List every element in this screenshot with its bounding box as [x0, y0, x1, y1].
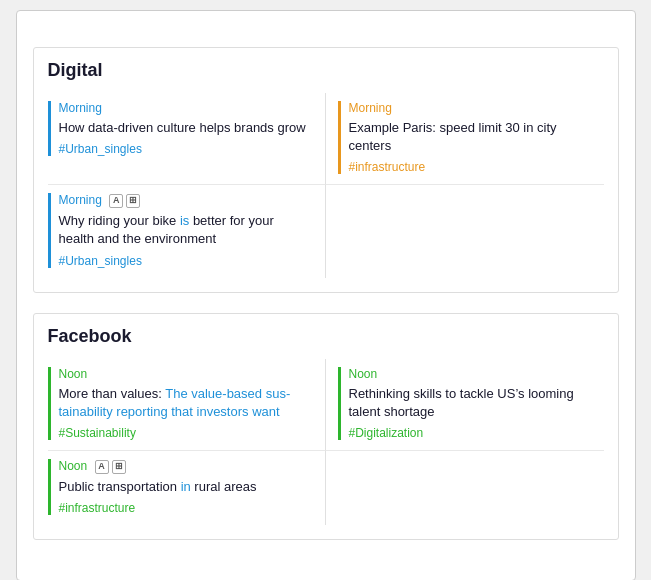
icon-grid: ⊞	[126, 194, 140, 208]
story-cell: MorningHow data-driven culture helps bra…	[48, 93, 326, 184]
story-tag[interactable]: #Urban_singles	[59, 142, 313, 156]
story-cell: Noon A ⊞ Public transportation in rural …	[48, 450, 326, 525]
story-headline: Example Paris: speed limit 30 in city ce…	[349, 119, 592, 155]
story-tag[interactable]: #infrastructure	[59, 501, 313, 515]
story-cell: NoonMore than values: The value-based su…	[48, 359, 326, 450]
icon-a: A	[95, 460, 109, 474]
story-tag[interactable]: #infrastructure	[349, 160, 592, 174]
story-time-label: Morning	[349, 101, 592, 115]
story-cell	[326, 184, 604, 277]
story-inner: NoonMore than values: The value-based su…	[48, 367, 313, 440]
story-icons: A ⊞	[95, 460, 126, 474]
story-cell	[326, 450, 604, 525]
section-title-facebook: Facebook	[48, 326, 604, 347]
story-inner: NoonRethinking skills to tackle US’s loo…	[338, 367, 592, 440]
story-headline: Public transportation in rural areas	[59, 478, 313, 496]
story-inner: Noon A ⊞ Public transportation in rural …	[48, 459, 313, 515]
story-cell: NoonRethinking skills to tackle US’s loo…	[326, 359, 604, 450]
story-tag[interactable]: #Sustainability	[59, 426, 313, 440]
story-headline: Rethinking skills to tackle US’s looming…	[349, 385, 592, 421]
story-time-label: Noon	[59, 367, 313, 381]
story-icons: A ⊞	[109, 194, 140, 208]
story-grid-facebook: NoonMore than values: The value-based su…	[48, 359, 604, 525]
section-facebook: FacebookNoonMore than values: The value-…	[33, 313, 619, 540]
story-grid-digital: MorningHow data-driven culture helps bra…	[48, 93, 604, 278]
story-time-label: Noon	[349, 367, 592, 381]
story-inner: Morning A ⊞ Why riding your bike is bett…	[48, 193, 313, 267]
section-digital: DigitalMorningHow data-driven culture he…	[33, 47, 619, 293]
story-tag[interactable]: #Digitalization	[349, 426, 592, 440]
story-time-label: Morning A ⊞	[59, 193, 313, 208]
story-inner: MorningHow data-driven culture helps bra…	[48, 101, 313, 156]
story-time-label: Morning	[59, 101, 313, 115]
story-time-label: Noon A ⊞	[59, 459, 313, 474]
sections-root: DigitalMorningHow data-driven culture he…	[33, 47, 619, 540]
story-headline: More than values: The value-based sus-ta…	[59, 385, 313, 421]
story-headline: How data-driven culture helps brands gro…	[59, 119, 313, 137]
story-cell: MorningExample Paris: speed limit 30 in …	[326, 93, 604, 184]
icon-grid: ⊞	[112, 460, 126, 474]
story-inner: MorningExample Paris: speed limit 30 in …	[338, 101, 592, 174]
icon-a: A	[109, 194, 123, 208]
story-headline: Why riding your bike is better for your …	[59, 212, 313, 248]
story-cell: Morning A ⊞ Why riding your bike is bett…	[48, 184, 326, 277]
story-tag[interactable]: #Urban_singles	[59, 254, 313, 268]
outer-container: DigitalMorningHow data-driven culture he…	[16, 10, 636, 580]
section-title-digital: Digital	[48, 60, 604, 81]
page-title	[33, 25, 619, 33]
